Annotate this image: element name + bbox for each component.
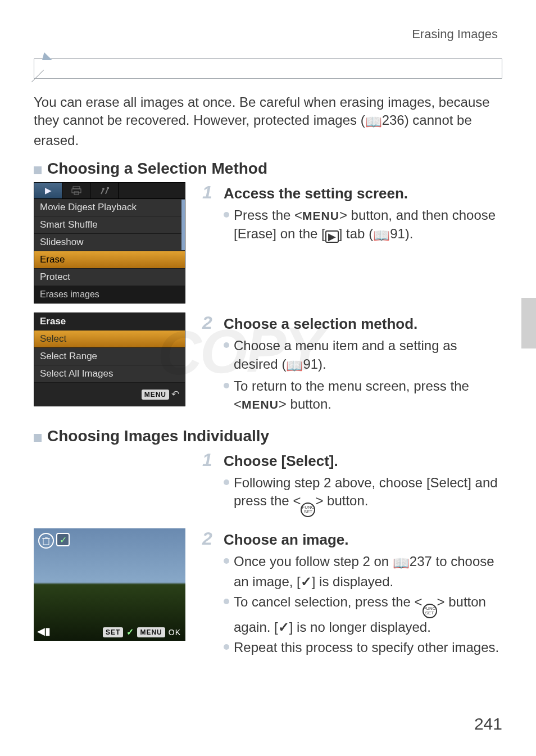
text-fragment: ] is no longer displayed. — [289, 619, 431, 635]
menu-item-movie-digest: Movie Digest Playback — [34, 199, 185, 216]
page-reference: 91 — [390, 226, 405, 241]
ok-label: OK — [169, 628, 181, 637]
menu-button-label: MENU — [302, 209, 339, 222]
func-set-button-icon: FUNCSET — [301, 503, 315, 517]
section-title-selection-method: Choosing a Selection Method — [47, 160, 267, 178]
step-number: 2 — [202, 528, 216, 549]
playback-tab: ▶ — [34, 183, 62, 198]
section-bullet-icon — [34, 166, 42, 174]
text-fragment: ] tab ( — [339, 226, 373, 241]
text-fragment: > button. — [279, 396, 331, 411]
set-label: SET — [304, 510, 313, 514]
trash-icon — [38, 533, 54, 549]
step-title-access-setting: Access the setting screen. — [224, 185, 408, 202]
text-fragment: ] is displayed. — [312, 574, 393, 589]
menu-button-label: MENU — [242, 398, 279, 411]
text-fragment: To cancel selection, press the < — [234, 594, 423, 609]
bullet-dot-icon — [224, 383, 229, 388]
check-icon: ✓ — [56, 533, 70, 546]
svg-rect-1 — [72, 189, 81, 193]
indiv-step2-bullet2: To cancel selection, press the <FUNCSET>… — [234, 593, 502, 636]
menu-status-text: Erases images — [34, 286, 185, 303]
menu-item-erase: Erase — [34, 251, 185, 269]
step1-bullet-text: Press the <MENU> button, and then choose… — [234, 206, 502, 245]
func-set-button-icon: FUNCSET — [423, 604, 437, 618]
indiv-step2-bullet1: Once you follow step 2 on 📖237 to choose… — [234, 553, 502, 591]
page-number: 241 — [474, 714, 502, 734]
text-fragment: Press the < — [234, 207, 302, 223]
book-icon: 📖 — [393, 554, 410, 572]
bullet-dot-icon — [224, 479, 229, 485]
camera-menu-playback: ▶ Movie Digest Playback Smart Shuffle Sl… — [34, 182, 185, 304]
erase-option-select-all: Select All Images — [34, 365, 185, 383]
svg-rect-5 — [43, 538, 49, 545]
step2-bullet2-text: To return to the menu screen, press the … — [234, 377, 502, 414]
camera-image-preview: ✓ ◀▮ SET ✓ MENU OK — [34, 528, 185, 641]
intro-ref: 236 — [382, 112, 405, 128]
bullet-dot-icon — [224, 212, 229, 218]
play-tab-icon: ▶ — [45, 185, 52, 196]
check-icon: ✓ — [278, 619, 289, 635]
svg-point-3 — [102, 188, 105, 190]
book-icon: 📖 — [373, 227, 390, 245]
bullet-dot-icon — [224, 599, 229, 604]
text-fragment: > button. — [315, 493, 368, 508]
nav-left-icon: ◀▮ — [37, 625, 51, 637]
print-tab — [62, 183, 90, 198]
text-fragment: ). — [318, 356, 326, 372]
tools-tab — [90, 183, 119, 198]
menu-item-smart-shuffle: Smart Shuffle — [34, 216, 185, 234]
step-number: 1 — [202, 182, 216, 203]
callout-box — [34, 58, 502, 79]
menu-item-protect: Protect — [34, 269, 185, 286]
book-icon: 📖 — [365, 113, 382, 131]
menu-item-slideshow: Slideshow — [34, 234, 185, 251]
step2-bullet1-text: Choose a menu item and a setting as desi… — [234, 337, 502, 375]
menu-pill-label: MENU — [137, 627, 165, 637]
svg-rect-0 — [73, 187, 80, 189]
indiv-step1-bullet: Following step 2 above, choose [Select] … — [234, 474, 502, 517]
svg-rect-4 — [107, 187, 109, 189]
page-reference: 91 — [303, 356, 318, 372]
page-reference: 237 — [410, 554, 432, 569]
text-fragment: Choose a menu item and a setting as desi… — [234, 338, 457, 371]
set-label: SET — [425, 611, 434, 615]
erase-menu-title: Erase — [34, 313, 185, 331]
bullet-dot-icon — [224, 558, 229, 564]
playback-tab-icon: ▶ — [325, 230, 339, 243]
camera-menu-erase: Erase Select Select Range Select All Ima… — [34, 313, 185, 406]
check-icon: ✓ — [126, 627, 134, 637]
check-icon: ✓ — [301, 574, 312, 589]
running-header: Erasing Images — [34, 27, 502, 42]
back-arrow-icon: ↶ — [171, 388, 179, 400]
step-title-choose-image: Choose an image. — [224, 531, 349, 549]
erase-option-select: Select — [34, 331, 185, 348]
step-title-choose-selection: Choose a selection method. — [224, 315, 417, 333]
bullet-dot-icon — [224, 342, 229, 348]
step-number: 2 — [202, 313, 216, 333]
set-pill-label: SET — [103, 627, 123, 637]
book-icon: 📖 — [286, 357, 303, 375]
erase-option-select-range: Select Range — [34, 348, 185, 365]
indiv-step2-bullet3: Repeat this process to specify other ima… — [234, 639, 499, 657]
section-title-individually: Choosing Images Individually — [47, 427, 269, 445]
text-fragment: Once you follow step 2 on — [234, 554, 393, 569]
bullet-dot-icon — [224, 644, 229, 650]
section-bullet-icon — [34, 434, 42, 442]
step-title-choose-select: Choose [Select]. — [224, 452, 338, 470]
text-fragment: ). — [405, 226, 414, 241]
scroll-indicator — [181, 200, 185, 250]
intro-paragraph: You can erase all images at once. Be car… — [34, 93, 502, 150]
step-number: 1 — [202, 450, 216, 470]
section-side-tab — [521, 298, 536, 348]
menu-pill-label: MENU — [142, 390, 169, 400]
